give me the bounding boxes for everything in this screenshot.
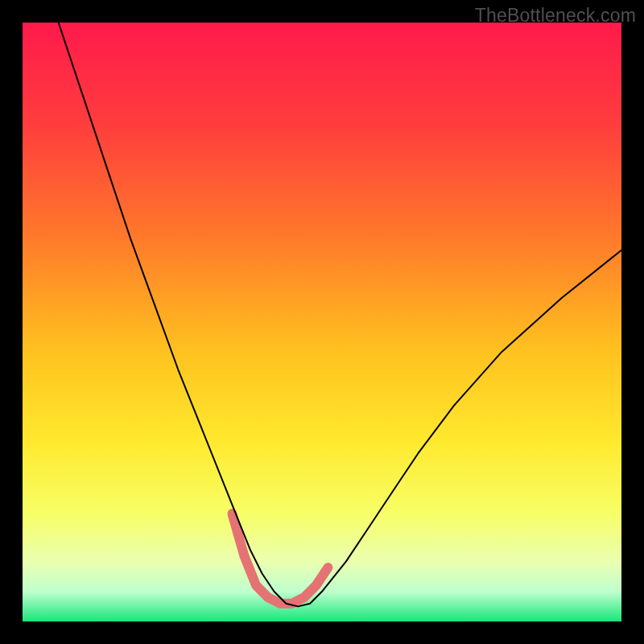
attribution-text: TheBottleneck.com bbox=[475, 5, 636, 27]
chart-container bbox=[23, 23, 621, 621]
bottleneck-chart bbox=[23, 23, 621, 621]
gradient-background bbox=[23, 23, 621, 621]
